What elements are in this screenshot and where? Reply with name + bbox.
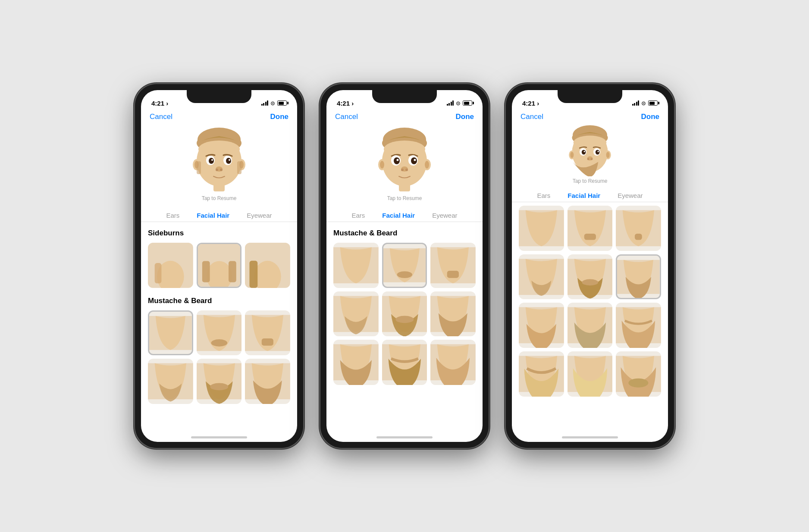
beard-option-2-1[interactable] [333, 243, 379, 288]
tab-ears-1[interactable]: Ears [157, 209, 188, 222]
svg-point-73 [570, 152, 574, 158]
mustache-beard-title-2: Mustache & Beard [333, 229, 476, 238]
avatar-area-2[interactable]: Tap to Resume [326, 125, 483, 206]
beard-option-3-9[interactable] [616, 303, 661, 348]
cancel-button-3[interactable]: Cancel [521, 113, 543, 121]
beard-option-3-8[interactable] [568, 303, 613, 348]
beard-option-2-8[interactable] [382, 340, 427, 385]
signal-icon-1 [261, 100, 269, 106]
beard-option-2-5[interactable] [382, 291, 427, 337]
beard-option-2-7[interactable] [333, 340, 379, 385]
svg-point-86 [591, 158, 593, 160]
sideburn-option-1[interactable] [148, 243, 193, 288]
beard-option-3-10[interactable] [519, 351, 564, 397]
beard-option-1-2[interactable] [197, 310, 242, 356]
svg-point-52 [397, 159, 399, 161]
svg-point-31 [162, 334, 179, 344]
wifi-icon-1: ⊜ [270, 100, 275, 106]
beard-option-2-9[interactable] [430, 340, 476, 385]
mustache-beard-title-1: Mustache & Beard [148, 297, 290, 305]
status-icons-1: ⊜ [261, 100, 287, 106]
cancel-button-2[interactable]: Cancel [335, 113, 358, 121]
svg-rect-91 [635, 234, 642, 240]
beard-option-3-5[interactable] [568, 254, 613, 300]
phone-screen-2: 4:21 › ⊜ Cancel Done [326, 90, 483, 442]
tab-eyewear-1[interactable]: Eyewear [238, 209, 280, 222]
notch-2 [372, 90, 437, 103]
tab-eyewear-3[interactable]: Eyewear [609, 189, 651, 202]
beard-option-3-7[interactable] [519, 303, 564, 348]
status-time-2: 4:21 › [337, 100, 354, 107]
nav-bar-2: Cancel Done [326, 111, 483, 125]
beard-option-1-1[interactable] [148, 310, 193, 356]
svg-rect-25 [202, 261, 210, 282]
category-tabs-1: Ears Facial Hair Eyewear [141, 206, 297, 222]
home-indicator-2 [376, 436, 433, 438]
content-area-1[interactable]: Sideburns [141, 222, 297, 433]
beard-option-1-6[interactable] [245, 359, 290, 404]
done-button-2[interactable]: Done [456, 113, 474, 121]
tap-to-resume-3[interactable]: Tap to Resume [573, 178, 608, 184]
svg-point-33 [211, 339, 227, 347]
signal-icon-3 [632, 100, 640, 106]
beard-option-2-2[interactable] [382, 243, 427, 288]
svg-rect-26 [229, 261, 236, 282]
done-button-1[interactable]: Done [270, 113, 289, 121]
svg-point-77 [574, 136, 607, 150]
beard-option-2-3[interactable] [430, 243, 476, 288]
status-time-1: 4:21 › [151, 100, 168, 107]
beard-option-3-11[interactable] [568, 351, 613, 397]
svg-point-47 [384, 141, 425, 158]
wifi-icon-2: ⊜ [456, 100, 461, 106]
svg-point-56 [405, 169, 408, 171]
beard-option-2-4[interactable] [333, 291, 379, 337]
notch-3 [558, 90, 622, 103]
svg-point-53 [414, 159, 416, 161]
beard-option-3-3[interactable] [616, 206, 661, 251]
beard-option-3-4[interactable] [519, 254, 564, 300]
tap-to-resume-1[interactable]: Tap to Resume [202, 195, 237, 201]
nav-bar-3: Cancel Done [512, 111, 668, 125]
content-area-2[interactable]: Mustache & Beard [326, 222, 483, 433]
beard-option-1-5[interactable] [197, 359, 242, 404]
phone-3: 4:21 › ⊜ Cancel Done [506, 84, 674, 448]
svg-point-51 [411, 157, 417, 164]
signal-icon-2 [447, 100, 454, 106]
svg-point-55 [401, 169, 404, 171]
svg-rect-22 [155, 263, 162, 283]
avatar-3[interactable] [564, 125, 616, 176]
beard-option-1-4[interactable] [148, 359, 193, 404]
svg-rect-19 [237, 161, 241, 174]
svg-rect-29 [250, 261, 258, 288]
svg-point-60 [397, 271, 412, 278]
tab-facial-hair-1[interactable]: Facial Hair [188, 209, 238, 222]
tab-ears-2[interactable]: Ears [343, 209, 373, 222]
svg-rect-35 [262, 338, 273, 346]
avatar-area-3[interactable]: Tap to Resume [512, 125, 668, 186]
svg-point-81 [596, 150, 600, 154]
beard-option-2-6[interactable] [430, 291, 476, 337]
beard-option-3-12[interactable] [616, 351, 661, 397]
beard-option-3-2[interactable] [568, 206, 613, 251]
done-button-3[interactable]: Done [641, 113, 660, 121]
beard-option-1-3[interactable] [245, 310, 290, 356]
tab-ears-3[interactable]: Ears [528, 189, 559, 202]
sideburn-option-2[interactable] [197, 243, 242, 288]
avatar-2[interactable] [370, 125, 439, 194]
svg-rect-62 [447, 271, 459, 278]
tap-to-resume-2[interactable]: Tap to Resume [387, 195, 422, 201]
beard-option-3-1[interactable] [519, 206, 564, 251]
tab-facial-hair-2[interactable]: Facial Hair [373, 209, 423, 222]
avatar-1[interactable] [185, 125, 254, 194]
cancel-button-1[interactable]: Cancel [150, 113, 172, 121]
beard-option-3-6[interactable] [616, 254, 661, 300]
svg-point-15 [216, 169, 218, 171]
tab-eyewear-2[interactable]: Eyewear [423, 209, 466, 222]
notch-1 [187, 90, 251, 103]
tab-facial-hair-3[interactable]: Facial Hair [559, 189, 609, 202]
content-area-3[interactable] [512, 202, 668, 426]
category-tabs-2: Ears Facial Hair Eyewear [326, 206, 483, 222]
sideburn-option-3[interactable] [245, 243, 290, 288]
svg-point-102 [629, 379, 649, 388]
avatar-area-1[interactable]: Tap to Resume [141, 125, 297, 206]
